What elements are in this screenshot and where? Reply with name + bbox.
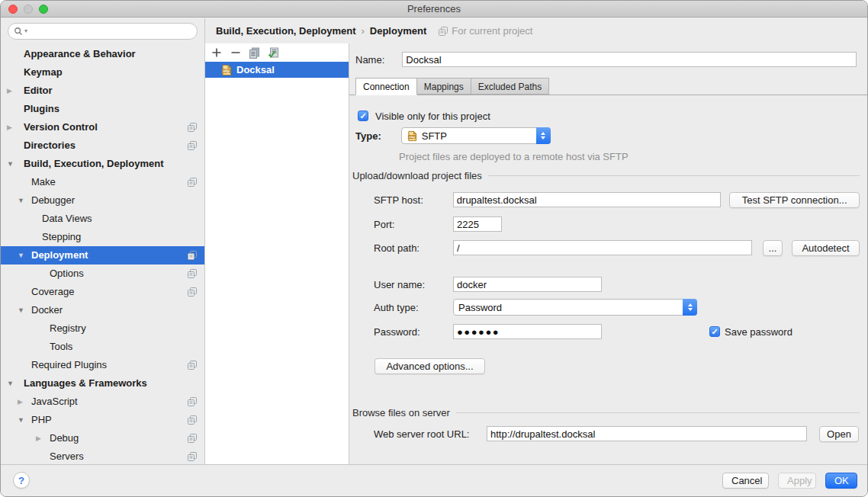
tabs: ConnectionMappingsExcluded Paths <box>355 78 548 95</box>
search-options-caret-icon[interactable]: ▾ <box>24 28 27 34</box>
footer-buttons: Cancel Apply OK <box>722 473 857 489</box>
web-root-label: Web server root URL: <box>374 428 487 440</box>
section-divider <box>456 412 860 413</box>
cancel-button[interactable]: Cancel <box>722 473 769 489</box>
tab-connection[interactable]: Connection <box>355 78 417 95</box>
collapse-arrow-icon[interactable]: ▼ <box>7 155 14 173</box>
browse-root-path-button[interactable]: ... <box>763 240 783 256</box>
sidebar-item-label: Docker <box>31 304 63 316</box>
browse-section-header: Browse files on server <box>352 407 860 418</box>
settings-sidebar: ▾ Appearance & BehaviorKeymap▶EditorPlug… <box>1 18 205 464</box>
port-input[interactable] <box>453 216 502 232</box>
tab-excluded-paths[interactable]: Excluded Paths <box>471 78 549 95</box>
sidebar-item-stepping[interactable]: Stepping <box>1 228 204 246</box>
help-button[interactable]: ? <box>13 472 30 489</box>
sidebar-item-label: Tools <box>50 341 72 352</box>
upload-section-label: Upload/download project files <box>352 170 482 181</box>
svg-text:sftp: sftp <box>409 135 415 139</box>
autodetect-button[interactable]: Autodetect <box>792 240 860 256</box>
expand-arrow-icon[interactable]: ▶ <box>36 429 41 447</box>
save-password-checkbox[interactable]: ✓ <box>709 326 720 337</box>
save-password-label: Save password <box>725 326 792 338</box>
sidebar-item-label: Debugger <box>31 194 75 206</box>
type-label: Type: <box>355 130 381 142</box>
sidebar-item-docker[interactable]: ▼Docker <box>1 301 204 319</box>
user-name-input[interactable] <box>453 277 602 292</box>
expand-arrow-icon[interactable]: ▶ <box>7 118 12 136</box>
collapse-arrow-icon[interactable]: ▼ <box>18 246 24 265</box>
sidebar-item-label: Servers <box>50 451 84 462</box>
sidebar-item-languages-frameworks[interactable]: ▼Languages & Frameworks <box>1 374 204 393</box>
sidebar-item-label: Build, Execution, Deployment <box>24 158 163 169</box>
add-server-button[interactable] <box>211 47 222 59</box>
breadcrumb-part1[interactable]: Build, Execution, Deployment <box>216 25 355 37</box>
sidebar-item-editor[interactable]: ▶Editor <box>1 82 204 100</box>
ok-button[interactable]: OK <box>825 473 857 489</box>
sidebar-item-version-control[interactable]: ▶Version Control <box>1 118 204 136</box>
root-path-label: Root path: <box>374 242 453 254</box>
collapse-arrow-icon[interactable]: ▼ <box>18 191 24 210</box>
sidebar-item-keymap[interactable]: Keymap <box>1 63 204 82</box>
name-input[interactable] <box>402 52 857 67</box>
close-button[interactable] <box>8 5 18 14</box>
for-current-project-icon <box>188 434 197 443</box>
remove-server-button[interactable] <box>230 47 241 59</box>
tab-mappings[interactable]: Mappings <box>416 78 471 95</box>
sidebar-item-javascript[interactable]: ▶JavaScript <box>1 393 204 411</box>
minimize-button <box>24 5 33 14</box>
zoom-button[interactable] <box>39 5 48 14</box>
sidebar-item-appearance-behavior[interactable]: Appearance & Behavior <box>1 45 204 63</box>
use-as-default-button[interactable] <box>268 47 279 59</box>
visible-only-label: Visible only for this project <box>375 111 490 122</box>
sidebar-item-php[interactable]: ▼PHP <box>1 411 204 429</box>
search-input[interactable]: ▾ <box>8 23 198 40</box>
sidebar-item-label: Editor <box>24 85 53 96</box>
sidebar-item-label: Required Plugins <box>31 359 107 370</box>
sidebar-item-label: Version Control <box>24 121 98 133</box>
sidebar-item-label: Options <box>50 268 84 279</box>
sidebar-item-label: Languages & Frameworks <box>24 377 147 389</box>
type-select[interactable]: sftp SFTP <box>401 127 551 144</box>
expand-arrow-icon[interactable]: ▶ <box>7 82 12 100</box>
for-current-project-icon <box>188 141 197 150</box>
traffic-lights <box>8 5 48 14</box>
sidebar-item-data-views[interactable]: Data Views <box>1 210 204 228</box>
sidebar-item-debugger[interactable]: ▼Debugger <box>1 191 204 210</box>
sidebar-item-coverage[interactable]: Coverage <box>1 283 204 301</box>
auth-type-select[interactable]: Password <box>453 299 697 316</box>
collapse-arrow-icon[interactable]: ▼ <box>18 301 24 319</box>
titlebar: Preferences <box>1 1 867 18</box>
root-path-input[interactable] <box>453 240 752 255</box>
sftp-host-input[interactable] <box>453 192 721 207</box>
sftp-file-icon: sftp <box>220 64 233 76</box>
visible-only-checkbox[interactable]: ✓ <box>358 111 368 121</box>
sidebar-item-build-execution-deployment[interactable]: ▼Build, Execution, Deployment <box>1 155 204 173</box>
sidebar-item-servers[interactable]: Servers <box>1 447 204 466</box>
sidebar-item-label: Data Views <box>42 213 92 224</box>
web-root-input[interactable] <box>487 426 807 441</box>
sidebar-item-debug[interactable]: ▶Debug <box>1 429 204 447</box>
stepper-arrows-icon <box>683 299 697 316</box>
advanced-options-button[interactable]: Advanced options... <box>375 358 485 374</box>
copy-server-button[interactable] <box>249 47 260 59</box>
test-sftp-connection-button[interactable]: Test SFTP connection... <box>729 192 860 208</box>
collapse-arrow-icon[interactable]: ▼ <box>18 411 24 429</box>
section-divider <box>488 175 860 176</box>
sidebar-item-tools[interactable]: Tools <box>1 338 204 356</box>
open-url-button[interactable]: Open <box>819 426 859 442</box>
collapse-arrow-icon[interactable]: ▼ <box>7 374 14 393</box>
sidebar-item-plugins[interactable]: Plugins <box>1 100 204 118</box>
apply-button[interactable]: Apply <box>778 473 816 489</box>
sidebar-item-deployment[interactable]: ▼Deployment <box>1 246 204 265</box>
sidebar-item-registry[interactable]: Registry <box>1 319 204 338</box>
sidebar-item-options[interactable]: Options <box>1 265 204 283</box>
sidebar-item-make[interactable]: Make <box>1 173 204 191</box>
sidebar-item-directories[interactable]: Directories <box>1 136 204 155</box>
footer-bar: ? Cancel Apply OK <box>1 464 867 496</box>
sidebar-item-label: Deployment <box>31 249 88 261</box>
password-input[interactable] <box>453 324 602 339</box>
sidebar-item-required-plugins[interactable]: Required Plugins <box>1 356 204 374</box>
server-item-docksal[interactable]: sftp Docksal <box>205 62 349 78</box>
sidebar-item-label: Keymap <box>24 66 63 78</box>
expand-arrow-icon[interactable]: ▶ <box>18 393 23 411</box>
